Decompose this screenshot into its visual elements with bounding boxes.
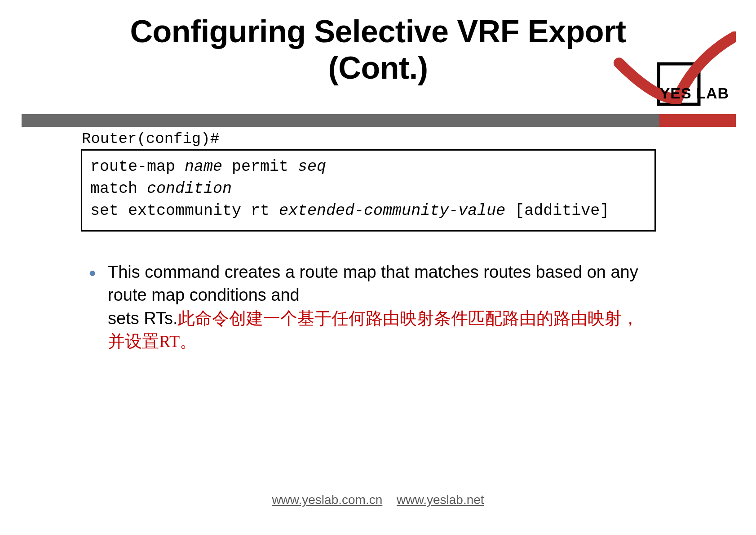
footer-link-2[interactable]: www.yeslab.net — [397, 493, 484, 507]
footer-links: www.yeslab.com.cn www.yeslab.net — [0, 493, 756, 507]
code-line-1: route-map name permit seq — [90, 156, 646, 178]
code-box: route-map name permit seq match conditio… — [81, 149, 656, 232]
bullet-text-cn-1: 此命令创建一个基于任何路由映射条件匹配路由的路由映射， — [178, 309, 639, 328]
code-text: route-map — [90, 158, 185, 176]
bullet-text-en-2: sets RTs. — [108, 309, 178, 328]
code-text: match — [90, 180, 147, 198]
bullet-list: This command creates a route map that ma… — [85, 261, 651, 353]
code-param: extended-community-value — [279, 202, 505, 220]
slide: Configuring Selective VRF Export (Cont.)… — [0, 0, 756, 535]
code-line-3: set extcommunity rt extended-community-v… — [90, 200, 646, 222]
logo-text: YES LAB — [660, 85, 729, 102]
bullet-text-cn-2: 并设置RT。 — [108, 332, 197, 351]
divider-bar — [22, 114, 736, 127]
code-param: condition — [147, 180, 232, 198]
footer-link-1[interactable]: www.yeslab.com.cn — [272, 493, 382, 507]
code-text: set extcommunity rt — [90, 202, 279, 220]
bullet-text-en: This command creates a route map that ma… — [108, 263, 638, 304]
code-line-2: match condition — [90, 178, 646, 200]
code-text: permit — [222, 158, 298, 176]
code-param: name — [185, 158, 222, 176]
code-param: seq — [298, 158, 326, 176]
cli-prompt: Router(config)# — [82, 130, 219, 147]
code-text: [additive] — [505, 202, 609, 220]
divider-accent — [659, 114, 736, 127]
bullet-item: This command creates a route map that ma… — [85, 261, 651, 353]
